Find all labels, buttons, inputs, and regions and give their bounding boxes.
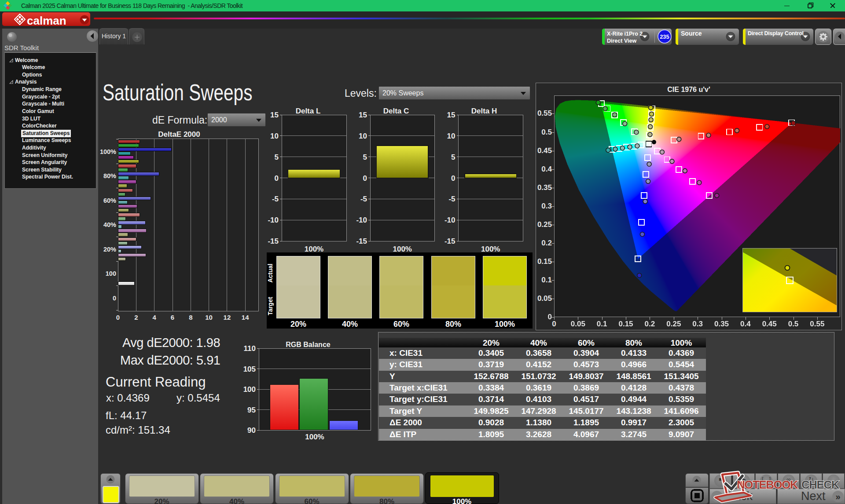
svg-text:10: 10 bbox=[205, 314, 213, 321]
svg-text:40%: 40% bbox=[103, 221, 116, 228]
svg-text:20%: 20% bbox=[103, 246, 116, 253]
svg-text:Delta L: Delta L bbox=[296, 107, 321, 115]
svg-text:NOTEBOOK: NOTEBOOK bbox=[737, 478, 798, 491]
svg-text:-5: -5 bbox=[272, 195, 279, 203]
svg-text:95: 95 bbox=[247, 406, 256, 414]
svg-text:-10: -10 bbox=[268, 216, 279, 224]
svg-text:4: 4 bbox=[152, 314, 156, 321]
svg-text:15: 15 bbox=[270, 111, 279, 119]
svg-text:110: 110 bbox=[244, 344, 256, 353]
svg-text:100: 100 bbox=[106, 270, 116, 277]
svg-text:5: 5 bbox=[275, 153, 279, 161]
svg-text:60%: 60% bbox=[103, 197, 116, 204]
svg-text:10: 10 bbox=[447, 132, 456, 140]
svg-text:0: 0 bbox=[363, 174, 367, 183]
svg-text:10: 10 bbox=[270, 132, 279, 140]
svg-text:-10: -10 bbox=[356, 216, 367, 224]
svg-text:15: 15 bbox=[359, 111, 367, 119]
svg-text:100: 100 bbox=[243, 385, 256, 394]
svg-text:DeltaE 2000: DeltaE 2000 bbox=[158, 130, 200, 139]
svg-text:Delta C: Delta C bbox=[383, 107, 409, 115]
svg-text:6: 6 bbox=[171, 314, 174, 321]
svg-text:100%: 100% bbox=[305, 433, 324, 441]
svg-text:5: 5 bbox=[451, 153, 455, 161]
svg-text:80%: 80% bbox=[103, 172, 116, 179]
svg-text:12: 12 bbox=[224, 314, 231, 321]
svg-text:105: 105 bbox=[243, 365, 256, 373]
svg-text:0: 0 bbox=[451, 174, 455, 183]
svg-text:100%: 100% bbox=[100, 148, 116, 155]
svg-text:5: 5 bbox=[363, 153, 367, 161]
svg-text:0: 0 bbox=[116, 314, 120, 321]
svg-text:-5: -5 bbox=[448, 195, 455, 203]
svg-text:Delta H: Delta H bbox=[471, 107, 497, 115]
svg-text:10: 10 bbox=[359, 132, 367, 140]
svg-text:-10: -10 bbox=[445, 216, 456, 224]
svg-text:15: 15 bbox=[447, 111, 456, 119]
svg-text:14: 14 bbox=[242, 314, 249, 321]
svg-text:8: 8 bbox=[189, 314, 192, 321]
svg-text:-5: -5 bbox=[360, 195, 367, 203]
svg-text:RGB Balance: RGB Balance bbox=[286, 341, 330, 348]
svg-text:235: 235 bbox=[660, 33, 669, 40]
svg-text:0: 0 bbox=[275, 174, 279, 183]
svg-text:-15: -15 bbox=[356, 237, 367, 245]
svg-text:-15: -15 bbox=[268, 237, 279, 245]
svg-text:90: 90 bbox=[247, 426, 256, 435]
svg-text:2: 2 bbox=[134, 314, 138, 321]
svg-text:-15: -15 bbox=[445, 237, 456, 245]
svg-text:CHECK: CHECK bbox=[801, 478, 840, 491]
svg-text:0: 0 bbox=[113, 295, 116, 302]
